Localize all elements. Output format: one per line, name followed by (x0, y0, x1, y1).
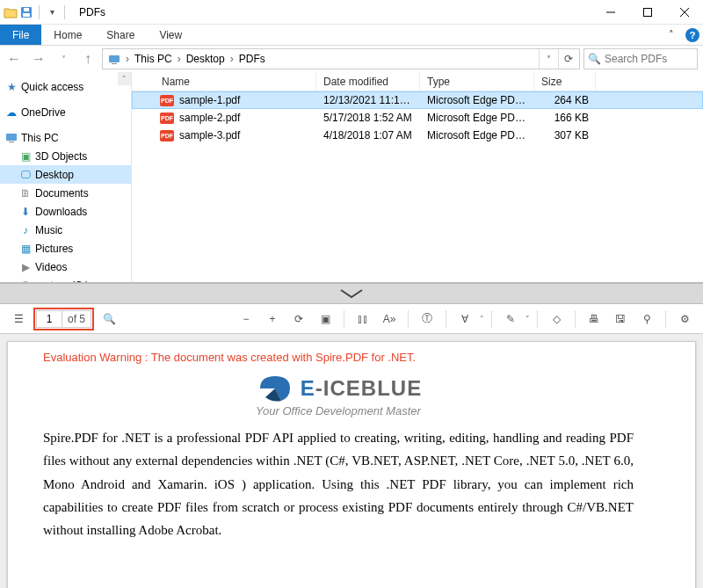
nav-forward-button[interactable]: → (28, 48, 49, 69)
search-icon[interactable]: 🔍 (98, 308, 120, 330)
save-icon[interactable] (19, 5, 33, 19)
svg-rect-8 (112, 63, 117, 64)
col-name[interactable]: Name (132, 72, 316, 91)
share-icon[interactable]: ⚲ (635, 308, 658, 330)
drive-icon: ⛁ (19, 279, 32, 283)
maximize-button[interactable] (629, 0, 666, 25)
close-button[interactable] (666, 0, 703, 25)
tree-scroll-up-icon[interactable]: ˄ (118, 72, 131, 85)
search-placeholder: Search PDFs (605, 53, 667, 65)
tab-share[interactable]: Share (94, 25, 147, 45)
tab-file[interactable]: File (0, 25, 41, 45)
pdf-icon: PDF (160, 113, 174, 124)
svg-rect-1 (23, 13, 30, 17)
chevron-down-icon (334, 287, 369, 300)
chevron-right-icon: › (228, 53, 236, 65)
tree-3d-objects[interactable]: ▣3D Objects (0, 147, 131, 165)
breadcrumb-dropdown-button[interactable]: ˅ (539, 49, 558, 69)
cube-icon: ▣ (19, 150, 32, 163)
page-indicator: of 5 (33, 308, 94, 330)
pdf-viewport[interactable]: Evaluation Warning : The document was cr… (0, 334, 703, 588)
tab-view[interactable]: View (147, 25, 194, 45)
tree-this-pc[interactable]: This PC (0, 128, 131, 147)
col-type[interactable]: Type (420, 72, 534, 91)
nav-back-button[interactable]: ← (4, 48, 25, 69)
pdf-toolbar: ☰ of 5 🔍 − + ⟳ ▣ ⫿⫿ A» Ⓣ ∀ ˅ ✎ ˅ ◇ 🖶 🖫 ⚲… (0, 304, 703, 334)
window-titlebar: ▾ PDFs (0, 0, 703, 25)
zoom-out-icon[interactable]: − (235, 308, 257, 330)
svg-rect-9 (6, 134, 17, 141)
col-size[interactable]: Size (534, 72, 596, 91)
desktop-icon: 🖵 (19, 169, 32, 181)
nav-up-button[interactable]: ↑ (77, 48, 98, 69)
nav-row: ← → ˅ ↑ › This PC › Desktop › PDFs ˅ ⟳ 🔍… (0, 46, 703, 72)
file-list[interactable]: Name Date modified Type Size PDFsample-1… (132, 72, 703, 282)
outline-icon[interactable]: ☰ (7, 308, 30, 330)
highlight-icon[interactable]: ✎ (499, 308, 522, 330)
star-icon: ★ (5, 81, 18, 93)
page-current-input[interactable] (36, 310, 62, 328)
document-icon: 🗎 (19, 187, 32, 200)
preview-pane-toggle[interactable] (0, 283, 703, 304)
zoom-in-icon[interactable]: + (261, 308, 284, 330)
tree-system-c[interactable]: ⛁system (C:) (0, 276, 131, 282)
file-row[interactable]: PDFsample-2.pdf 5/17/2018 1:52 AM Micros… (132, 109, 703, 127)
brand-logo: E-ICEBLUE Your Office Development Master (43, 371, 634, 417)
music-icon: ♪ (19, 224, 32, 236)
tree-downloads[interactable]: ⬇Downloads (0, 202, 131, 221)
erase-icon[interactable]: ◇ (545, 308, 568, 330)
tree-videos[interactable]: ▶Videos (0, 258, 131, 276)
svg-rect-7 (109, 55, 120, 62)
folder-icon (4, 5, 18, 19)
tree-music[interactable]: ♪Music (0, 221, 131, 239)
file-row[interactable]: PDFsample-3.pdf 4/18/2018 1:07 AM Micros… (132, 127, 703, 144)
pdf-page: Evaluation Warning : The document was cr… (7, 341, 696, 588)
tree-onedrive[interactable]: ☁OneDrive (0, 103, 131, 121)
nav-history-dropdown[interactable]: ˅ (53, 48, 74, 69)
logo-icon (255, 371, 295, 406)
ribbon-collapse-icon[interactable]: ˄ (661, 25, 682, 45)
picture-icon: ▦ (19, 243, 32, 255)
cloud-icon: ☁ (5, 106, 18, 119)
text-select-icon[interactable]: Ⓣ (416, 308, 438, 330)
search-input[interactable]: 🔍 Search PDFs (583, 48, 698, 69)
tree-desktop[interactable]: 🖵Desktop (0, 165, 131, 184)
breadcrumb-seg-desktop[interactable]: Desktop (183, 53, 228, 65)
breadcrumb-seg-pdfs[interactable]: PDFs (236, 53, 269, 65)
pdf-icon: PDF (160, 95, 174, 106)
qat-dropdown-icon[interactable]: ▾ (45, 5, 59, 19)
breadcrumb-root-icon[interactable] (105, 54, 124, 64)
download-icon: ⬇ (19, 206, 32, 218)
pc-icon (5, 132, 18, 144)
video-icon: ▶ (19, 261, 32, 273)
svg-rect-10 (9, 142, 14, 142)
window-title: PDFs (72, 6, 105, 18)
breadcrumb[interactable]: › This PC › Desktop › PDFs ˅ ⟳ (102, 48, 580, 69)
tab-home[interactable]: Home (41, 25, 94, 45)
minimize-button[interactable] (592, 0, 629, 25)
draw-icon[interactable]: ∀ (453, 308, 476, 330)
ribbon-tabs: File Home Share View ˄ ? (0, 25, 703, 46)
settings-icon[interactable]: ⚙ (673, 308, 696, 330)
svg-rect-4 (644, 8, 652, 16)
print-icon[interactable]: 🖶 (583, 308, 605, 330)
page-total-label: of 5 (62, 310, 91, 328)
refresh-button[interactable]: ⟳ (558, 49, 577, 69)
chevron-right-icon: › (176, 53, 183, 65)
fit-page-icon[interactable]: ▣ (314, 308, 337, 330)
read-aloud-icon[interactable]: A» (378, 308, 401, 330)
breadcrumb-seg-thispc[interactable]: This PC (131, 53, 176, 65)
nav-tree[interactable]: ˄ ★Quick access ☁OneDrive This PC ▣3D Ob… (0, 72, 132, 282)
tree-quick-access[interactable]: ★Quick access (0, 77, 131, 96)
help-button[interactable]: ? (682, 25, 703, 45)
svg-rect-2 (24, 8, 29, 11)
col-date[interactable]: Date modified (316, 72, 420, 91)
rotate-icon[interactable]: ⟳ (287, 308, 310, 330)
search-icon: 🔍 (588, 53, 601, 65)
file-row[interactable]: PDFsample-1.pdf 12/13/2021 11:14 AM Micr… (132, 91, 703, 109)
file-list-header: Name Date modified Type Size (132, 72, 703, 91)
page-view-icon[interactable]: ⫿⫿ (352, 308, 374, 330)
tree-documents[interactable]: 🗎Documents (0, 184, 131, 202)
save-icon[interactable]: 🖫 (609, 308, 632, 330)
tree-pictures[interactable]: ▦Pictures (0, 239, 131, 258)
